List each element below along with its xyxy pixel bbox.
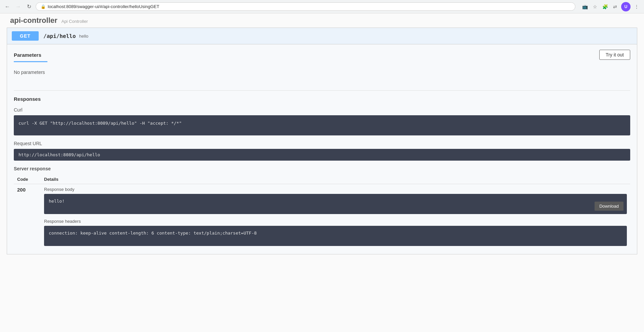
reload-button[interactable]: ↻ xyxy=(25,3,33,11)
parameters-header: Parameters Try it out xyxy=(14,50,630,60)
sync-icon[interactable]: ⇄ xyxy=(611,3,619,11)
get-bar[interactable]: GET /api/hello hello xyxy=(7,28,637,44)
responses-title: Responses xyxy=(14,96,630,102)
controller-subtitle: Api Controller xyxy=(61,19,88,24)
try-it-out-button[interactable]: Try it out xyxy=(599,50,630,60)
controller-title: api-controller xyxy=(10,16,58,25)
url-block: http://localhost:8089/api/hello xyxy=(14,149,630,161)
no-parameters-text: No parameters xyxy=(14,66,630,85)
request-url-section: Request URL http://localhost:8089/api/he… xyxy=(14,141,630,161)
curl-label: Curl xyxy=(14,107,630,113)
profile-avatar[interactable]: U xyxy=(621,2,631,11)
extensions-icon[interactable]: 🧩 xyxy=(601,3,609,11)
code-col-header: Code xyxy=(14,175,41,184)
parameters-section: Parameters Try it out No parameters xyxy=(14,50,630,85)
browser-actions: 📺 ☆ 🧩 ⇄ U ⋮ xyxy=(581,2,641,11)
endpoint-body: Parameters Try it out No parameters Resp… xyxy=(7,44,637,254)
endpoint-description: hello xyxy=(79,34,88,39)
response-details: Response body hello! Download Response h… xyxy=(41,184,630,249)
response-headers-label: Response headers xyxy=(44,219,627,224)
response-body-label: Response body xyxy=(44,187,627,192)
response-table: Code Details 200 Response body hello! xyxy=(14,175,630,249)
request-url-label: Request URL xyxy=(14,141,630,146)
server-response-section: Server response Code Details 200 xyxy=(14,166,630,249)
endpoint-path: /api/hello xyxy=(43,33,76,39)
lock-icon: 🔒 xyxy=(41,4,46,9)
response-body-block: hello! Download xyxy=(44,194,627,214)
browser-chrome: ← → ↻ 🔒 localhost:8089/swagger-ui/#/api-… xyxy=(0,0,644,13)
swagger-section: GET /api/hello hello Parameters Try it o… xyxy=(7,28,637,254)
back-button[interactable]: ← xyxy=(3,3,11,11)
api-controller-header: api-controller Api Controller xyxy=(0,13,644,28)
address-bar[interactable]: 🔒 localhost:8089/swagger-ui/#/api-contro… xyxy=(36,2,575,11)
parameters-underline xyxy=(14,61,47,62)
cast-icon[interactable]: 📺 xyxy=(581,3,589,11)
download-button[interactable]: Download xyxy=(595,202,623,211)
responses-section: Responses Curl curl -X GET "http://local… xyxy=(14,96,630,249)
response-headers-block: connection: keep-alive content-length: 6… xyxy=(44,226,627,246)
parameters-title: Parameters xyxy=(14,52,41,58)
method-badge: GET xyxy=(12,31,39,41)
menu-icon[interactable]: ⋮ xyxy=(633,3,641,11)
details-col-header: Details xyxy=(41,175,630,184)
bookmark-icon[interactable]: ☆ xyxy=(591,3,599,11)
table-row: 200 Response body hello! Download Respon… xyxy=(14,184,630,249)
curl-section: Curl curl -X GET "http://localhost:8089/… xyxy=(14,107,630,135)
response-code: 200 xyxy=(14,184,41,249)
page-content: api-controller Api Controller GET /api/h… xyxy=(0,13,644,332)
forward-button[interactable]: → xyxy=(14,3,22,11)
response-body-value: hello! xyxy=(49,199,65,204)
server-response-title: Server response xyxy=(14,166,630,171)
curl-block: curl -X GET "http://localhost:8089/api/h… xyxy=(14,115,630,135)
section-divider xyxy=(14,90,630,91)
url-text: localhost:8089/swagger-ui/#/api-controll… xyxy=(48,4,570,9)
